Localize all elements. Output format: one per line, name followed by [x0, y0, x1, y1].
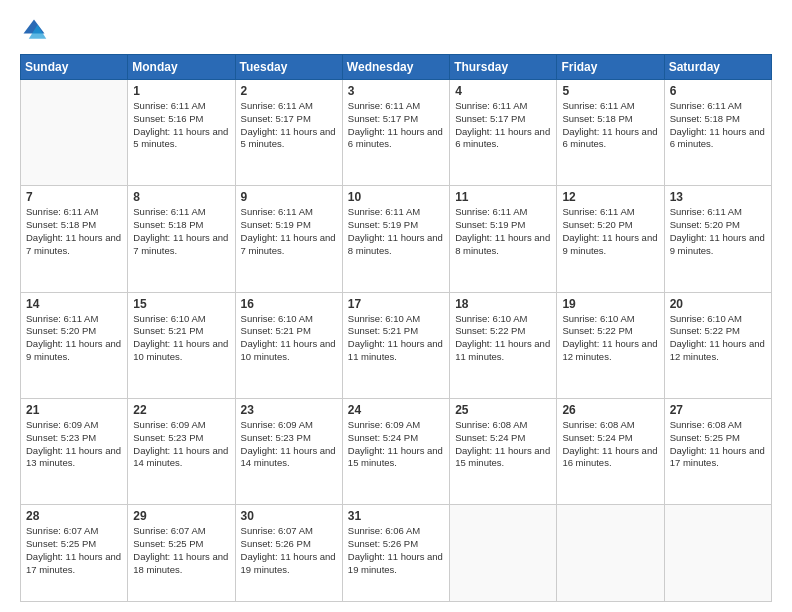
calendar-cell: [664, 505, 771, 602]
weekday-wednesday: Wednesday: [342, 55, 449, 80]
day-number: 16: [241, 297, 337, 311]
calendar-cell: 20Sunrise: 6:10 AMSunset: 5:22 PMDayligh…: [664, 292, 771, 398]
day-info: Sunrise: 6:11 AMSunset: 5:20 PMDaylight:…: [670, 206, 766, 257]
calendar-cell: 24Sunrise: 6:09 AMSunset: 5:24 PMDayligh…: [342, 398, 449, 504]
day-info: Sunrise: 6:07 AMSunset: 5:25 PMDaylight:…: [133, 525, 229, 576]
calendar-cell: 18Sunrise: 6:10 AMSunset: 5:22 PMDayligh…: [450, 292, 557, 398]
calendar-cell: 7Sunrise: 6:11 AMSunset: 5:18 PMDaylight…: [21, 186, 128, 292]
calendar-cell: 12Sunrise: 6:11 AMSunset: 5:20 PMDayligh…: [557, 186, 664, 292]
day-number: 24: [348, 403, 444, 417]
day-info: Sunrise: 6:11 AMSunset: 5:17 PMDaylight:…: [241, 100, 337, 151]
day-info: Sunrise: 6:09 AMSunset: 5:23 PMDaylight:…: [241, 419, 337, 470]
day-info: Sunrise: 6:11 AMSunset: 5:20 PMDaylight:…: [562, 206, 658, 257]
day-number: 20: [670, 297, 766, 311]
day-number: 2: [241, 84, 337, 98]
day-info: Sunrise: 6:11 AMSunset: 5:18 PMDaylight:…: [133, 206, 229, 257]
calendar-cell: 30Sunrise: 6:07 AMSunset: 5:26 PMDayligh…: [235, 505, 342, 602]
calendar-cell: 16Sunrise: 6:10 AMSunset: 5:21 PMDayligh…: [235, 292, 342, 398]
day-number: 4: [455, 84, 551, 98]
day-number: 1: [133, 84, 229, 98]
day-info: Sunrise: 6:09 AMSunset: 5:23 PMDaylight:…: [26, 419, 122, 470]
calendar-cell: 17Sunrise: 6:10 AMSunset: 5:21 PMDayligh…: [342, 292, 449, 398]
day-info: Sunrise: 6:11 AMSunset: 5:19 PMDaylight:…: [241, 206, 337, 257]
day-info: Sunrise: 6:11 AMSunset: 5:18 PMDaylight:…: [26, 206, 122, 257]
day-info: Sunrise: 6:11 AMSunset: 5:18 PMDaylight:…: [670, 100, 766, 151]
calendar-cell: 23Sunrise: 6:09 AMSunset: 5:23 PMDayligh…: [235, 398, 342, 504]
calendar-week-row: 21Sunrise: 6:09 AMSunset: 5:23 PMDayligh…: [21, 398, 772, 504]
weekday-sunday: Sunday: [21, 55, 128, 80]
day-info: Sunrise: 6:06 AMSunset: 5:26 PMDaylight:…: [348, 525, 444, 576]
calendar-cell: 29Sunrise: 6:07 AMSunset: 5:25 PMDayligh…: [128, 505, 235, 602]
day-number: 7: [26, 190, 122, 204]
day-info: Sunrise: 6:08 AMSunset: 5:24 PMDaylight:…: [562, 419, 658, 470]
logo-icon: [20, 16, 48, 44]
weekday-saturday: Saturday: [664, 55, 771, 80]
calendar-cell: [21, 80, 128, 186]
calendar-cell: 25Sunrise: 6:08 AMSunset: 5:24 PMDayligh…: [450, 398, 557, 504]
day-info: Sunrise: 6:11 AMSunset: 5:20 PMDaylight:…: [26, 313, 122, 364]
weekday-header-row: SundayMondayTuesdayWednesdayThursdayFrid…: [21, 55, 772, 80]
calendar-week-row: 14Sunrise: 6:11 AMSunset: 5:20 PMDayligh…: [21, 292, 772, 398]
calendar-cell: 21Sunrise: 6:09 AMSunset: 5:23 PMDayligh…: [21, 398, 128, 504]
day-info: Sunrise: 6:10 AMSunset: 5:22 PMDaylight:…: [670, 313, 766, 364]
day-info: Sunrise: 6:10 AMSunset: 5:21 PMDaylight:…: [133, 313, 229, 364]
day-number: 28: [26, 509, 122, 523]
day-number: 23: [241, 403, 337, 417]
calendar-cell: 31Sunrise: 6:06 AMSunset: 5:26 PMDayligh…: [342, 505, 449, 602]
weekday-tuesday: Tuesday: [235, 55, 342, 80]
calendar-table: SundayMondayTuesdayWednesdayThursdayFrid…: [20, 54, 772, 602]
weekday-monday: Monday: [128, 55, 235, 80]
calendar-cell: 6Sunrise: 6:11 AMSunset: 5:18 PMDaylight…: [664, 80, 771, 186]
day-info: Sunrise: 6:09 AMSunset: 5:23 PMDaylight:…: [133, 419, 229, 470]
day-number: 6: [670, 84, 766, 98]
weekday-thursday: Thursday: [450, 55, 557, 80]
day-info: Sunrise: 6:11 AMSunset: 5:16 PMDaylight:…: [133, 100, 229, 151]
day-number: 26: [562, 403, 658, 417]
calendar-cell: 8Sunrise: 6:11 AMSunset: 5:18 PMDaylight…: [128, 186, 235, 292]
calendar-cell: 13Sunrise: 6:11 AMSunset: 5:20 PMDayligh…: [664, 186, 771, 292]
calendar-cell: 2Sunrise: 6:11 AMSunset: 5:17 PMDaylight…: [235, 80, 342, 186]
calendar-cell: [450, 505, 557, 602]
calendar-cell: 11Sunrise: 6:11 AMSunset: 5:19 PMDayligh…: [450, 186, 557, 292]
calendar-cell: 28Sunrise: 6:07 AMSunset: 5:25 PMDayligh…: [21, 505, 128, 602]
calendar-cell: 14Sunrise: 6:11 AMSunset: 5:20 PMDayligh…: [21, 292, 128, 398]
weekday-friday: Friday: [557, 55, 664, 80]
day-number: 13: [670, 190, 766, 204]
day-number: 25: [455, 403, 551, 417]
calendar-week-row: 7Sunrise: 6:11 AMSunset: 5:18 PMDaylight…: [21, 186, 772, 292]
calendar-week-row: 1Sunrise: 6:11 AMSunset: 5:16 PMDaylight…: [21, 80, 772, 186]
calendar-cell: [557, 505, 664, 602]
logo: [20, 16, 52, 44]
day-number: 30: [241, 509, 337, 523]
day-number: 31: [348, 509, 444, 523]
day-number: 27: [670, 403, 766, 417]
day-number: 3: [348, 84, 444, 98]
calendar-week-row: 28Sunrise: 6:07 AMSunset: 5:25 PMDayligh…: [21, 505, 772, 602]
day-info: Sunrise: 6:09 AMSunset: 5:24 PMDaylight:…: [348, 419, 444, 470]
day-info: Sunrise: 6:11 AMSunset: 5:19 PMDaylight:…: [455, 206, 551, 257]
day-number: 9: [241, 190, 337, 204]
day-info: Sunrise: 6:07 AMSunset: 5:25 PMDaylight:…: [26, 525, 122, 576]
day-info: Sunrise: 6:08 AMSunset: 5:25 PMDaylight:…: [670, 419, 766, 470]
day-number: 14: [26, 297, 122, 311]
day-info: Sunrise: 6:07 AMSunset: 5:26 PMDaylight:…: [241, 525, 337, 576]
day-info: Sunrise: 6:11 AMSunset: 5:18 PMDaylight:…: [562, 100, 658, 151]
calendar-cell: 10Sunrise: 6:11 AMSunset: 5:19 PMDayligh…: [342, 186, 449, 292]
day-info: Sunrise: 6:10 AMSunset: 5:21 PMDaylight:…: [241, 313, 337, 364]
day-number: 22: [133, 403, 229, 417]
day-info: Sunrise: 6:10 AMSunset: 5:22 PMDaylight:…: [455, 313, 551, 364]
day-number: 10: [348, 190, 444, 204]
calendar-cell: 3Sunrise: 6:11 AMSunset: 5:17 PMDaylight…: [342, 80, 449, 186]
calendar-cell: 1Sunrise: 6:11 AMSunset: 5:16 PMDaylight…: [128, 80, 235, 186]
day-info: Sunrise: 6:08 AMSunset: 5:24 PMDaylight:…: [455, 419, 551, 470]
day-info: Sunrise: 6:10 AMSunset: 5:21 PMDaylight:…: [348, 313, 444, 364]
calendar-cell: 26Sunrise: 6:08 AMSunset: 5:24 PMDayligh…: [557, 398, 664, 504]
day-number: 5: [562, 84, 658, 98]
calendar-cell: 5Sunrise: 6:11 AMSunset: 5:18 PMDaylight…: [557, 80, 664, 186]
day-info: Sunrise: 6:11 AMSunset: 5:17 PMDaylight:…: [455, 100, 551, 151]
day-number: 8: [133, 190, 229, 204]
day-number: 29: [133, 509, 229, 523]
day-info: Sunrise: 6:11 AMSunset: 5:19 PMDaylight:…: [348, 206, 444, 257]
day-number: 12: [562, 190, 658, 204]
calendar-cell: 4Sunrise: 6:11 AMSunset: 5:17 PMDaylight…: [450, 80, 557, 186]
